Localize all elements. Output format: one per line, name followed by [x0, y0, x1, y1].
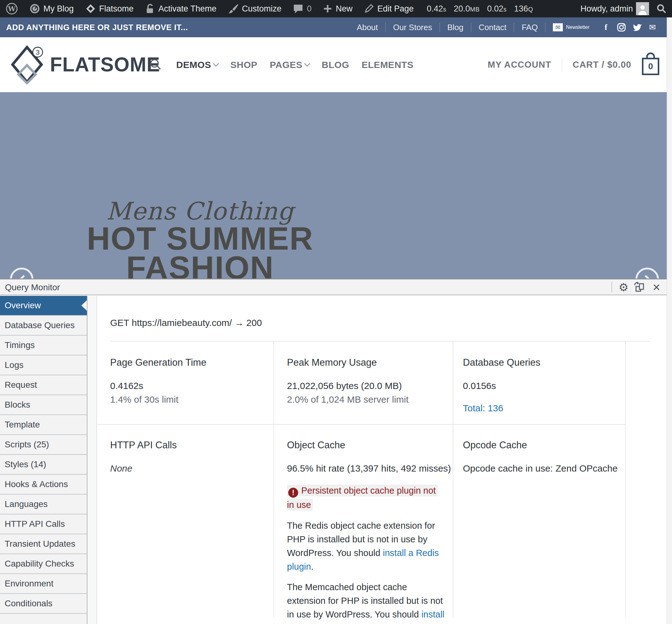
qm-menu-request[interactable]: Request — [0, 375, 87, 395]
qm-section-opcode-cache: Opcode Cache Opcode cache in use: Zend O… — [463, 440, 626, 475]
my-account-link[interactable]: MY ACCOUNT — [488, 60, 551, 70]
adminbar-flatsome-label: Flatsome — [99, 4, 134, 14]
chevron-left-icon — [17, 275, 27, 279]
chevron-right-icon — [643, 275, 652, 279]
hero-banner: Mens Clothing HOT SUMMER FASHION — [0, 92, 672, 279]
paintbrush-icon — [228, 3, 239, 14]
qm-menu-database-queries[interactable]: Database Queries — [0, 316, 87, 336]
page-scrollbar[interactable] — [667, 17, 672, 624]
qm-menu-environment[interactable]: Environment — [0, 574, 87, 594]
avatar — [636, 2, 649, 15]
howdy-label: Howdy, admin — [581, 4, 633, 14]
qm-menu-transient-updates[interactable]: Transient Updates — [0, 534, 87, 554]
adminbar-customize[interactable]: Customize — [228, 3, 282, 14]
section-title: Page Generation Time — [110, 357, 273, 368]
query-monitor-panel: Query Monitor ⚙ ✕ Overview Database Quer… — [0, 279, 672, 624]
chevron-down-icon — [304, 60, 310, 67]
qm-adminbar-stats[interactable]: 0.42s 20.0MB 0.02s 136Q — [427, 4, 533, 14]
svg-text:3: 3 — [36, 48, 39, 56]
site-topbar: ADD ANYTHING HERE OR JUST REMOVE IT... A… — [0, 17, 672, 37]
qm-overview-content: GET https://lamiebeauty.com/ → 200 Page … — [97, 296, 667, 624]
qm-menu-scripts[interactable]: Scripts (25) — [0, 435, 87, 455]
instagram-icon[interactable] — [617, 23, 626, 32]
qm-panel-title: Query Monitor — [5, 279, 60, 295]
site-logo[interactable]: 3 FLATSOME — [9, 44, 160, 85]
qm-menu-scrollbar[interactable] — [88, 296, 97, 624]
qm-menu-capability-checks[interactable]: Capability Checks — [0, 554, 87, 574]
newsletter-link[interactable]: ✉ Newsletter — [545, 23, 597, 31]
adminbar-my-account[interactable]: Howdy, admin — [581, 2, 649, 15]
adminbar-search[interactable] — [656, 3, 667, 14]
nav-elements[interactable]: ELEMENTS — [362, 60, 413, 70]
cart-link[interactable]: CART / $0.00 — [573, 60, 631, 70]
qm-menu-template[interactable]: Template — [0, 415, 87, 435]
qm-popout-button[interactable] — [632, 279, 647, 295]
wordpress-logo-menu[interactable]: W — [6, 2, 18, 15]
qm-section-peak-memory: Peak Memory Usage 21,022,056 bytes (20.0… — [287, 357, 450, 406]
grid-divider — [453, 341, 453, 617]
slider-next-button[interactable] — [636, 268, 659, 279]
object-cache-hit-rate: 96.5% hit rate (13,397 hits, 492 misses) — [287, 462, 450, 475]
qm-menu-conditionals[interactable]: Conditionals — [0, 594, 87, 614]
gauge-icon — [29, 3, 40, 14]
adminbar-activate-theme[interactable]: Activate Theme — [145, 3, 217, 14]
email-icon[interactable]: ✉ — [648, 23, 657, 32]
adminbar-site-name[interactable]: My Blog — [29, 3, 74, 14]
adminbar-new[interactable]: New — [323, 4, 352, 14]
qm-menu-http-api-calls[interactable]: HTTP API Calls — [0, 514, 87, 534]
redis-paragraph: The Redis object cache extension for PHP… — [287, 519, 445, 573]
qm-section-object-cache: Object Cache 96.5% hit rate (13,397 hits… — [287, 440, 450, 624]
adminbar-new-label: New — [336, 4, 352, 14]
nav-demos[interactable]: DEMOS — [176, 60, 218, 70]
qm-menu-hooks-actions[interactable]: Hooks & Actions — [0, 475, 87, 495]
qm-close-button[interactable]: ✕ — [649, 279, 664, 295]
divider — [562, 58, 562, 72]
nav-blog[interactable]: BLOG — [322, 60, 349, 70]
topbar-link-faq[interactable]: FAQ — [514, 23, 545, 32]
twitter-icon[interactable] — [632, 23, 642, 32]
popout-icon — [634, 281, 646, 294]
search-icon — [149, 58, 162, 71]
facebook-icon[interactable]: f — [601, 23, 611, 32]
memcached-paragraph: The Memcached object cache extension for… — [287, 580, 445, 624]
warning-icon: ! — [288, 488, 298, 498]
topbar-message: ADD ANYTHING HERE OR JUST REMOVE IT... — [6, 17, 188, 37]
adminbar-comments[interactable]: 0 — [293, 3, 312, 14]
nav-shop[interactable]: SHOP — [231, 60, 258, 70]
qm-menu: Overview Database Queries Timings Logs R… — [0, 296, 87, 624]
object-cache-warning: !Persistent object cache plugin not in u… — [287, 484, 445, 512]
hero-title: HOT SUMMER FASHION — [0, 224, 400, 279]
cart-count: 0 — [648, 61, 653, 71]
topbar-link-blog[interactable]: Blog — [440, 23, 471, 32]
qm-resize-handle[interactable] — [612, 282, 612, 292]
unlock-icon — [145, 3, 156, 14]
header-search-button[interactable] — [149, 58, 162, 72]
section-title: Peak Memory Usage — [287, 357, 450, 368]
qm-menu-logs[interactable]: Logs — [0, 356, 87, 375]
qm-menu-languages[interactable]: Languages — [0, 495, 87, 514]
topbar-link-contact[interactable]: Contact — [471, 23, 514, 32]
qm-settings-button[interactable]: ⚙ — [616, 279, 631, 295]
cart-bag-icon[interactable]: 0 — [642, 58, 659, 75]
db-total-link[interactable]: Total: 136 — [463, 403, 503, 413]
qm-titlebar[interactable]: Query Monitor ⚙ ✕ — [0, 279, 672, 295]
db-time-value: 0.0156s — [463, 379, 626, 393]
qm-menu-overview[interactable]: Overview — [0, 296, 87, 316]
nav-pages[interactable]: PAGES — [270, 60, 309, 70]
topbar-link-about[interactable]: About — [349, 23, 385, 32]
adminbar-edit-page-label: Edit Page — [377, 4, 413, 14]
cart-bag-handle — [646, 52, 655, 59]
adminbar-edit-page[interactable]: Edit Page — [364, 3, 413, 14]
adminbar-site-label: My Blog — [44, 4, 74, 14]
comments-icon — [293, 3, 304, 14]
qm-menu-blocks[interactable]: Blocks — [0, 395, 87, 415]
qm-request-summary: GET https://lamiebeauty.com/ → 200 — [110, 318, 262, 328]
qm-menu-styles[interactable]: Styles (14) — [0, 455, 87, 475]
adminbar-comments-count: 0 — [307, 4, 312, 14]
adminbar-flatsome[interactable]: Flatsome — [85, 3, 134, 14]
newsletter-envelope-icon: ✉ — [553, 23, 563, 31]
qm-menu-timings[interactable]: Timings — [0, 336, 87, 356]
stat-memory: 20.0 — [454, 4, 470, 14]
topbar-link-our-stores[interactable]: Our Stores — [386, 23, 440, 32]
page-generation-value: 0.4162s — [110, 379, 273, 393]
